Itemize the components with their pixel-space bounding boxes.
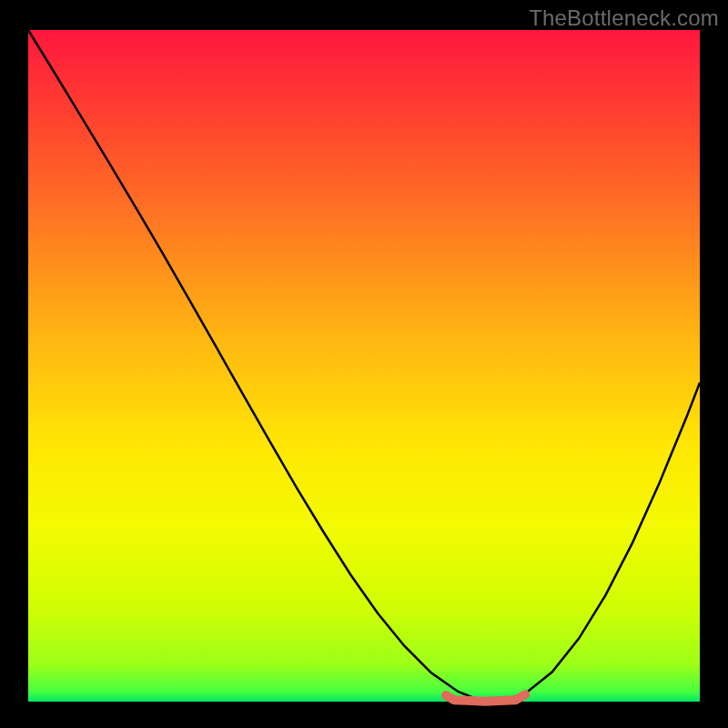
chart-stage: TheBottleneck.com xyxy=(0,0,728,728)
bottleneck-chart xyxy=(0,0,728,728)
chart-gradient-background xyxy=(28,30,700,702)
